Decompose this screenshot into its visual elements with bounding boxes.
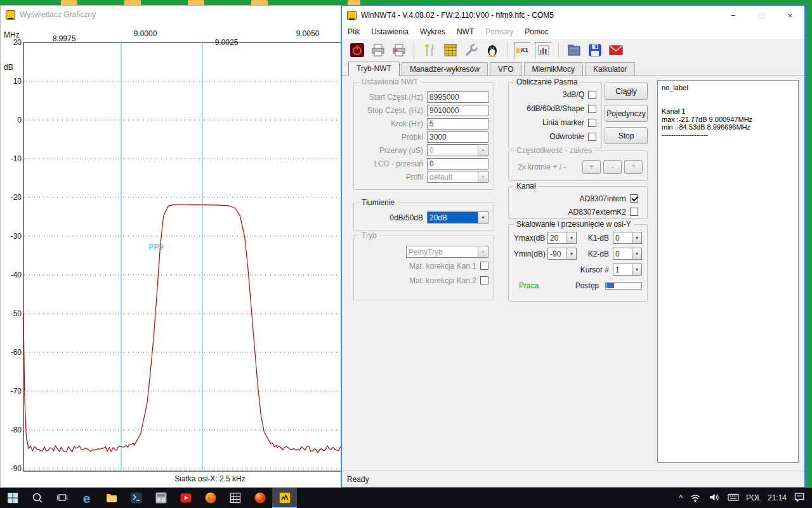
menu-pomiary: Pomiary	[480, 25, 519, 38]
menu-plik[interactable]: Plik	[342, 25, 365, 38]
kursor-select[interactable]: 1	[613, 264, 642, 276]
file-open-icon[interactable]	[565, 42, 582, 59]
save-icon[interactable]	[586, 42, 603, 59]
app-grid-icon[interactable]	[223, 488, 247, 508]
tab-tryb-nwt[interactable]: Tryb-NWT	[348, 62, 400, 76]
graph-capture-icon[interactable]	[535, 42, 552, 59]
lcd-keypad-icon[interactable]	[442, 42, 459, 59]
chevron-down-icon	[566, 232, 576, 243]
menu-wykres[interactable]: Wykres	[414, 25, 451, 38]
ymin-select[interactable]: -90	[547, 248, 577, 260]
3db-q-checkbox[interactable]	[588, 91, 596, 99]
profile-select[interactable]: default	[427, 171, 488, 183]
app-dark-blue-icon[interactable]	[124, 488, 148, 508]
samples-field[interactable]: 3000	[427, 131, 488, 143]
tab-miernik-mocy[interactable]: MiernikMocy	[524, 62, 583, 76]
wrench-icon[interactable]	[462, 42, 480, 59]
mode-select[interactable]: PełnyTryb	[406, 246, 488, 258]
graph-display-window: 20100-10-20-30-40-50-60-70-80-90MHzdB8.9…	[0, 5, 341, 488]
graph-window-titlebar[interactable]: Wyświetlacz Graficzny	[1, 6, 341, 23]
desktop-folder-icon[interactable]	[251, 0, 268, 5]
k1-db-label: K1-dB	[577, 234, 609, 243]
group-skalowanie-osi-y: Skalowanie i przesunięcie w osi-Y Ymax(d…	[508, 224, 648, 302]
odwrotnie-checkbox[interactable]	[588, 133, 596, 141]
desktop-folder-icon[interactable]	[348, 0, 360, 5]
tab-kalkulator[interactable]: Kalkulator	[585, 62, 635, 76]
ad8307externk2-checkbox[interactable]	[630, 208, 638, 216]
tab-manadzer-wykresow[interactable]: Manadżer-wykresów	[402, 62, 488, 76]
field-label: Przerwy (uS)	[359, 146, 423, 155]
maximize-button[interactable]: □	[747, 6, 776, 25]
network-wifi-icon[interactable]	[689, 491, 702, 505]
delay-select[interactable]: 0	[427, 144, 488, 156]
freq-minus-button[interactable]: -	[603, 160, 622, 174]
mail-red-icon[interactable]	[607, 42, 624, 59]
group-tryb: Tryb PełnyTryb Mat. korekcja Kan.1 Mat. …	[353, 236, 494, 300]
progress-bar	[605, 282, 642, 290]
freq-up-button[interactable]: ^	[624, 160, 643, 174]
file-explorer-icon[interactable]	[99, 488, 124, 508]
menu-ustawienia[interactable]: Ustawienia	[365, 25, 414, 38]
6db-60db-shape-checkbox[interactable]	[588, 105, 596, 113]
svg-text:PP9: PP9	[149, 243, 164, 251]
action-center-icon[interactable]	[793, 491, 806, 505]
pojedynczy-button[interactable]: Pojedynczy	[605, 105, 648, 122]
checkbox-label: 6dB/60dB/Shape	[514, 104, 584, 113]
linia-marker-checkbox[interactable]	[588, 119, 596, 127]
print-icon[interactable]	[369, 42, 386, 59]
print-color-icon[interactable]	[390, 42, 407, 59]
titlebar[interactable]: WinNWT4 - V.4.08.02 - FW:2.110:V00 - hfm…	[342, 6, 804, 25]
exit-icon[interactable]	[348, 42, 365, 59]
group-czestotliwosc-zakres: Częstotliwość - zakres 2x krotnie + / - …	[508, 150, 648, 181]
tab-vfo[interactable]: VFO	[490, 62, 522, 76]
firefox-icon[interactable]	[198, 488, 223, 508]
attenuation-select[interactable]: 20dB	[427, 211, 488, 224]
winnwt-taskbar-icon[interactable]	[272, 488, 297, 508]
language-indicator[interactable]: POL	[746, 493, 761, 502]
mat-korekcja-kan1-checkbox[interactable]	[480, 262, 488, 270]
ad8307intern-checkbox[interactable]	[630, 194, 638, 203]
svg-text:Siatka osi-X: 2.5 kHz: Siatka osi-X: 2.5 kHz	[174, 474, 245, 483]
desktop-folder-icon[interactable]	[61, 0, 77, 5]
touch-keyboard-icon[interactable]	[727, 491, 740, 505]
close-button[interactable]: ×	[776, 6, 804, 25]
search-icon[interactable]	[25, 488, 49, 508]
group-ustawienia-nwt: Ustawienia NWT Start Częst.(Hz)8995000 S…	[353, 82, 494, 190]
checkbox-label: AD8307intern	[514, 194, 626, 203]
results-panel[interactable]: no_label Kanał 1max :-21.77dB 9.000947MH…	[657, 80, 799, 463]
stop-button[interactable]: Stop	[605, 127, 648, 144]
stop-freq-field[interactable]: 9010000	[427, 105, 488, 116]
system-tray: ^ POL 21:14	[679, 488, 812, 508]
mat-korekcja-kan2-checkbox[interactable]	[480, 276, 488, 284]
k2-db-select[interactable]: 0	[613, 248, 642, 260]
menu-nwt[interactable]: NWT	[451, 25, 480, 38]
app-orange-icon[interactable]	[247, 488, 272, 508]
svg-text:10: 10	[13, 77, 22, 86]
sweep-plot-canvas[interactable]: 20100-10-20-30-40-50-60-70-80-90MHzdB8.9…	[1, 6, 341, 488]
toolbar: K1	[342, 39, 804, 62]
options-cutlery-icon[interactable]	[421, 42, 438, 59]
start-button[interactable]	[0, 488, 25, 508]
k1-db-select[interactable]: 0	[613, 232, 642, 244]
volume-icon[interactable]	[708, 491, 721, 505]
desktop-folder-icon[interactable]	[188, 0, 204, 5]
lcd-shift-field[interactable]: 0	[427, 158, 488, 170]
freq-plus-button[interactable]: +	[582, 160, 601, 174]
kursor-label: Kursor #	[580, 265, 609, 274]
k1-calibrate-icon[interactable]: K1	[514, 42, 531, 59]
step-field[interactable]: 5	[427, 118, 488, 130]
edge-icon[interactable]: e	[74, 488, 99, 508]
checkbox-label: AD8307externK2	[514, 208, 626, 217]
tux-penguin-icon[interactable]	[483, 42, 501, 59]
clock[interactable]: 21:14	[768, 493, 787, 502]
hidden-icons-caret[interactable]: ^	[679, 493, 683, 502]
task-view-icon[interactable]	[49, 488, 74, 508]
minimize-button[interactable]: −	[719, 6, 747, 25]
ymax-select[interactable]: 20	[547, 232, 577, 244]
menu-pomoc[interactable]: Pomoc	[519, 25, 554, 38]
start-freq-field[interactable]: 8995000	[427, 91, 488, 103]
desktop-folder-icon[interactable]	[124, 0, 141, 5]
app-gray-icon[interactable]	[148, 488, 173, 508]
ciagly-button[interactable]: Ciągły	[605, 83, 648, 100]
media-red-icon[interactable]	[173, 488, 198, 508]
